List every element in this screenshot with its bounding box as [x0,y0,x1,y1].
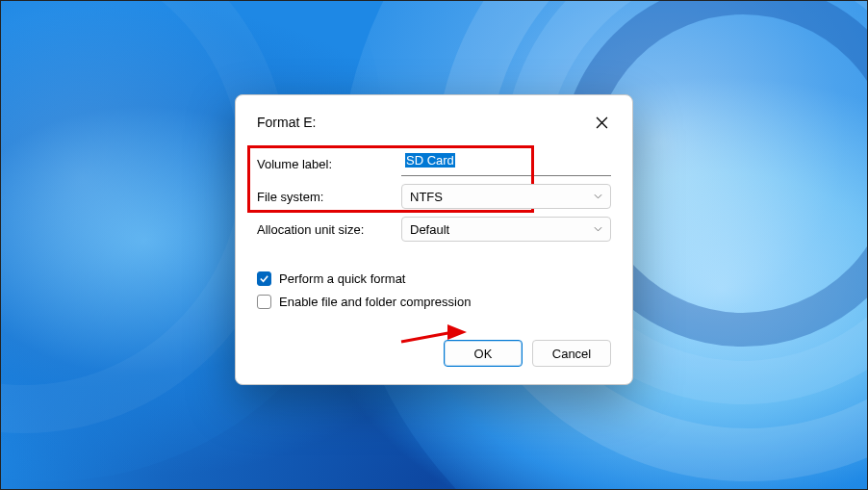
svg-marker-1 [447,324,467,340]
close-button[interactable] [588,109,615,136]
allocation-row: Allocation unit size: Default [257,213,611,245]
allocation-label: Allocation unit size: [257,222,401,237]
quick-format-checkbox[interactable] [257,271,271,286]
file-system-dropdown[interactable]: NTFS [401,184,611,209]
volume-label-label: Volume label: [257,157,401,171]
quick-format-row: Perform a quick format [257,267,611,290]
ok-button[interactable]: OK [444,340,523,367]
file-system-value: NTFS [410,190,443,204]
volume-label-input[interactable]: SD Card [401,151,611,176]
file-system-label: File system: [257,190,401,204]
compression-checkbox[interactable] [257,295,271,309]
dialog-button-row: OK Cancel [257,340,611,367]
format-dialog: Format E: Volume label: SD Card File sys… [235,94,633,385]
allocation-dropdown[interactable]: Default [401,217,611,242]
chevron-down-icon [594,193,602,201]
volume-label-row: Volume label: SD Card [257,147,611,180]
file-system-row: File system: NTFS [257,180,611,213]
check-icon [259,273,269,284]
allocation-value: Default [410,222,449,237]
quick-format-label: Perform a quick format [279,271,406,286]
compression-label: Enable file and folder compression [279,295,471,309]
close-icon [596,116,608,129]
dialog-titlebar: Format E: [236,95,632,145]
dialog-title: Format E: [257,115,316,130]
chevron-down-icon [594,225,602,234]
cancel-button[interactable]: Cancel [532,340,611,367]
compression-row: Enable file and folder compression [257,290,611,313]
